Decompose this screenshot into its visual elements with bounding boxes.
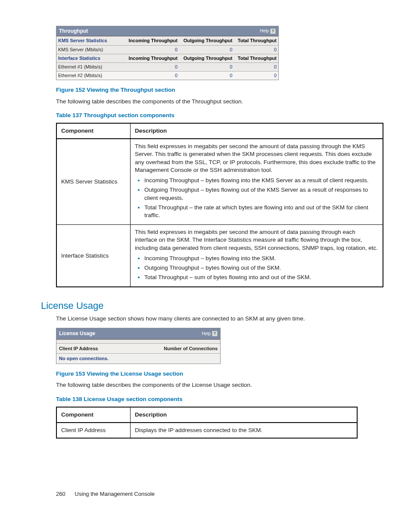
col-incoming2: Incoming Throughput	[125, 54, 179, 62]
col-outgoing2: Outgoing Throughput	[179, 54, 234, 62]
help-label: Help	[260, 28, 269, 34]
t137-r2-comp: Interface Statistics	[56, 225, 131, 287]
t137-r1-desc: This field expresses in megabits per sec…	[131, 139, 383, 224]
license-title: License Usage	[59, 330, 95, 337]
license-col-ip: Client IP Address	[59, 345, 98, 352]
t138-r1-desc: Displays the IP addresses connected to t…	[131, 423, 358, 438]
row-kms-out: 0	[179, 45, 234, 54]
table-137: Component Description KMS Server Statist…	[56, 123, 383, 288]
t137-r1-b3: Total Throughput – the rate at which byt…	[144, 204, 378, 219]
row-eth2-label: Ethernet #2 (Mbits/s)	[56, 72, 125, 80]
row-eth1-in: 0	[125, 62, 179, 71]
figure-153-desc: The following table describes the compon…	[56, 381, 381, 389]
row-eth1-out: 0	[179, 62, 234, 71]
table-137-caption: Table 137 Throughput section components	[56, 112, 381, 119]
help-link-2[interactable]: Help ?	[202, 331, 218, 337]
license-empty-msg: No open connections.	[56, 353, 220, 364]
col-outgoing: Outgoing Throughput	[179, 37, 234, 45]
license-widget-header: License Usage Help ?	[56, 328, 220, 339]
t137-r1-b2: Outgoing Throughput – bytes flowing out …	[144, 186, 378, 202]
row-eth2-total: 0	[234, 72, 278, 80]
license-widget-spacer	[56, 339, 220, 343]
license-usage-intro: The License Usage section shows how many…	[56, 315, 381, 323]
throughput-table: KMS Server Statistics Incoming Throughpu…	[56, 36, 278, 80]
t137-r2-intro: This field expresses in megabits per sec…	[135, 229, 378, 251]
license-usage-widget: License Usage Help ? Client IP Address N…	[56, 328, 221, 364]
col-total2: Total Throughput	[234, 54, 278, 62]
t137-r1-b1: Incoming Throughput – bytes flowing into…	[144, 177, 378, 184]
iface-stats-header: Interface Statistics	[56, 54, 125, 62]
page-footer: 260 Using the Management Console	[56, 490, 381, 498]
help-link[interactable]: Help ?	[260, 28, 276, 34]
col-total: Total Throughput	[234, 37, 278, 45]
help-icon: ?	[270, 28, 276, 34]
help-icon-2: ?	[212, 331, 218, 336]
row-eth2-out: 0	[179, 72, 234, 80]
throughput-widget: Throughput Help ? KMS Server Statistics …	[56, 26, 279, 80]
figure-152-desc: The following table describes the compon…	[56, 98, 381, 106]
col-incoming: Incoming Throughput	[125, 37, 179, 45]
throughput-title: Throughput	[59, 28, 88, 34]
t137-hdr-comp: Component	[56, 123, 131, 139]
footer-title: Using the Management Console	[75, 491, 155, 497]
help-label-2: Help	[202, 331, 211, 337]
t138-hdr-comp: Component	[56, 407, 131, 423]
t137-r2-b1: Incoming Throughput – bytes flowing into…	[144, 255, 378, 262]
row-eth1-total: 0	[234, 62, 278, 71]
license-col-conn: Number of Connections	[164, 345, 218, 352]
license-usage-heading: License Usage	[41, 299, 381, 312]
table-138: Component Description Client IP Address …	[56, 407, 358, 439]
figure-152-caption: Figure 152 Viewing the Throughput sectio…	[56, 86, 381, 94]
t137-r1-intro: This field expresses in megabits per sec…	[135, 143, 376, 173]
page-number: 260	[56, 491, 65, 497]
t138-r1-comp: Client IP Address	[56, 423, 131, 438]
row-kms-total: 0	[234, 45, 278, 54]
t138-hdr-desc: Description	[131, 407, 358, 423]
license-table-header: Client IP Address Number of Connections	[56, 343, 220, 354]
row-eth2-in: 0	[125, 72, 179, 80]
row-kms-label: KMS Server (Mbits/s)	[56, 45, 125, 54]
t137-hdr-desc: Description	[131, 123, 383, 139]
kms-stats-header: KMS Server Statistics	[56, 37, 125, 45]
t137-r2-desc: This field expresses in megabits per sec…	[131, 225, 383, 287]
t137-r1-comp: KMS Server Statistics	[56, 139, 131, 224]
t137-r2-b2: Outgoing Throughput – bytes flowing out …	[144, 264, 378, 272]
row-kms-in: 0	[125, 45, 179, 54]
table-138-caption: Table 138 License Usage section componen…	[56, 395, 381, 403]
figure-153-caption: Figure 153 Viewing the License Usage sec…	[56, 370, 381, 378]
row-eth1-label: Ethernet #1 (Mbits/s)	[56, 62, 125, 71]
throughput-widget-header: Throughput Help ?	[56, 26, 278, 36]
t137-r2-b3: Total Throughput – sum of bytes flowing …	[144, 274, 378, 281]
